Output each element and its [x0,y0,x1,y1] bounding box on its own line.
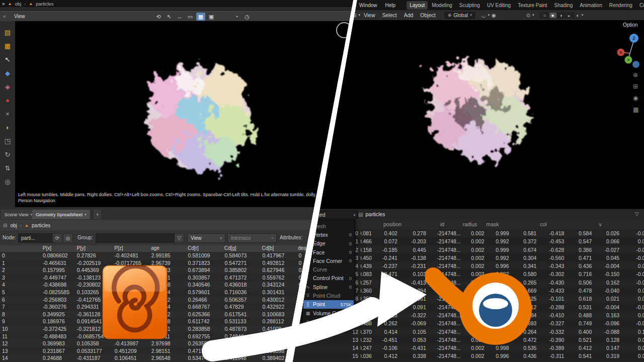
table-row[interactable]: 15 0.036 0.412 0.338 -214748... 0.002 0.… [292,352,644,360]
shading-material-icon[interactable]: ◑ [557,13,565,18]
tab-compositing[interactable]: Compositing [636,1,644,10]
frame-tool-icon[interactable]: ▭ [186,13,195,21]
tab-geometry-spreadsheet[interactable]: Geometry Spreadsheet ▾ [32,210,90,219]
breadcrumb-root[interactable]: obj [10,223,17,228]
header-col[interactable]: col [504,221,583,227]
camera-view-icon[interactable]: ◉ [633,95,638,102]
view-dropdown[interactable]: View ▾ [187,233,225,243]
table-row[interactable]: 5 -0.0825585 0.103265 -0.470655 2.95824 … [0,289,354,296]
particle-fluid-icon[interactable]: ◗ [2,122,13,132]
menu-item[interactable]: ◩ Face Corner 0 [302,256,355,265]
intrinsics-dropdown[interactable]: Intrinsics ▾ [227,233,277,243]
overlays-icon[interactable]: ◐ [575,13,582,18]
delete-icon[interactable]: × [2,109,13,119]
options-dropdown[interactable]: Option [623,22,637,28]
ghosting-icon[interactable]: ◔ [232,13,241,21]
column-header[interactable]: Cd[b] [260,245,294,251]
shading-mode-icon[interactable]: ▣ [207,13,216,21]
header-mask[interactable]: mask [481,221,504,227]
navigation-gizmo[interactable]: Z X Y [613,31,644,69]
shelf-tools-icon[interactable]: ▤ [2,27,13,37]
recook-icon[interactable]: ↻ [2,149,13,159]
pan-icon[interactable]: ⊞ [633,83,638,90]
column-header[interactable]: P[y] [75,245,111,251]
pivot-point-icon[interactable]: ⊙ [524,13,532,18]
menu-item[interactable]: ╱ Edge 0 [302,239,355,248]
tab-scene-view[interactable]: Scene View ▾ [1,210,36,219]
tab-sculpting[interactable]: Sculpting [456,1,483,10]
filter-funnel-icon[interactable]: ▽ [174,233,184,243]
menu-object[interactable]: Object [417,12,439,18]
dataset-name[interactable]: particles [365,211,385,217]
tumble-tool-icon[interactable]: ⟲ [154,13,163,21]
new-tab-button[interactable]: + [94,210,101,219]
menu-item[interactable]: ▦ Volume Grids 0 [302,309,355,317]
table-row[interactable]: 12 0.370 0.414 0.105 -214748... 0.002 0.… [292,328,644,336]
menu-view[interactable]: View [360,12,379,18]
menu-item[interactable]: ◦ Control Point 0 [302,274,355,283]
node-field[interactable]: parti... [18,233,53,243]
pin-node-button[interactable]: ◎ [63,233,73,243]
table-row[interactable]: 13 0.232 -0.451 0.053 -214748... 0.002 0… [292,336,644,344]
viewport-tab-label[interactable]: View [14,14,25,19]
breadcrumb-node[interactable]: particles [32,223,50,228]
pan-tool-icon[interactable]: ↔ [175,13,184,21]
select-tool-icon[interactable]: ↖ [165,13,174,21]
bounding-box-icon[interactable]: ◳ [2,136,13,146]
houdini-3d-viewport[interactable]: Left mouse tumbles. Middle pans. Right d… [15,21,354,207]
tab-modeling[interactable]: Modeling [429,1,455,10]
reorder-icon[interactable]: ⇅ [2,163,13,173]
toggle-grid-icon[interactable]: ▦ [633,106,638,113]
radial-menu-circle[interactable] [336,22,352,38]
path-root[interactable]: obj [15,1,21,7]
table-row[interactable]: 7 -0.360276 0.294331 0.215854 2.97254 0.… [0,303,354,311]
menu-item[interactable]: ∙ Vertex 0 [302,230,355,239]
table-row[interactable]: 14 0.247 -0.106 -0.431 -214748... 0.002 … [292,344,644,352]
group-input[interactable] [96,233,176,243]
editor-type-icon[interactable]: ⊞ [350,13,358,18]
column-header[interactable]: Cd[g] [222,245,259,251]
menu-item[interactable]: ◇ Instances 0 [302,317,355,326]
header-radius[interactable]: radius [459,221,481,227]
header-v[interactable]: v [583,221,618,227]
dopnet-icon[interactable]: ● [2,95,13,105]
menu-item[interactable]: ▢ Face 0 [302,248,355,256]
tab-animation[interactable]: Animation [577,1,605,10]
snap-grid-icon[interactable]: ▦ [196,13,205,21]
stopwatch-icon[interactable]: ◷ [243,13,252,21]
menu-icon[interactable]: ≡ [2,1,5,7]
menu-help[interactable]: Help [381,3,400,8]
tab-uv-editing[interactable]: UV Editing [484,1,514,10]
column-header[interactable]: P[x] [41,245,73,251]
proportional-edit-icon[interactable]: ◉ [490,13,498,18]
shading-rendered-icon[interactable]: ◒ [566,13,573,18]
header-position[interactable]: position [359,221,426,227]
header-id[interactable]: id [426,221,459,227]
table-row[interactable]: 0 0.0806602 0.27826 -0.402481 2.99185 0.… [0,252,354,259]
secure-selection-icon[interactable]: ◆ [2,68,13,78]
table-row[interactable]: 1 -0.465631 -0.202519 -0.0717265 2.96739… [0,259,354,267]
table-row[interactable]: 4 -0.438698 -0.230802 0.236733 2.97168 0… [0,281,354,289]
menu-add[interactable]: Add [400,12,417,18]
menu-item-point-selected[interactable]: ⣿ Point 575K [303,300,354,309]
display-options-icon[interactable]: ◎ [2,176,13,187]
table-row[interactable]: 3 -0.449747 -0.138123 0.241318 2.98231 0… [0,274,354,282]
table-row[interactable]: 2 0.157995 0.445369 0.185462 2.96233 0.6… [0,266,354,274]
shelf-create-icon[interactable]: ▦ [2,41,13,51]
menu-window[interactable]: Window [355,3,381,8]
select-arrow-icon[interactable]: ↖ [2,54,13,64]
blender-3d-viewport[interactable]: Z X Y ⊕ ⊞ ◉ ▦ [292,20,644,209]
sync-node-button[interactable]: ⟳ [52,233,62,243]
menu-select[interactable]: Select [378,12,400,18]
column-header[interactable]: age [149,245,184,251]
menu-item[interactable]: ∿ Spline 0 [302,283,355,291]
tab-shading[interactable]: Shading [551,1,576,10]
tab-layout[interactable]: Layout [407,1,428,10]
transform-orientation-dropdown[interactable]: ⊕ Global ▾ [444,12,475,19]
table-row[interactable]: 6 -0.256803 -0.412765 0.0755781 2.96412 … [0,296,354,304]
shading-solid-icon[interactable]: ● [549,13,556,18]
grid-icon[interactable]: ⊞ [3,223,7,228]
filter-funnel-icon[interactable]: ▽ [635,211,639,217]
zoom-icon[interactable]: ⊕ [633,71,638,78]
column-header[interactable]: Cd[r] [186,245,221,251]
